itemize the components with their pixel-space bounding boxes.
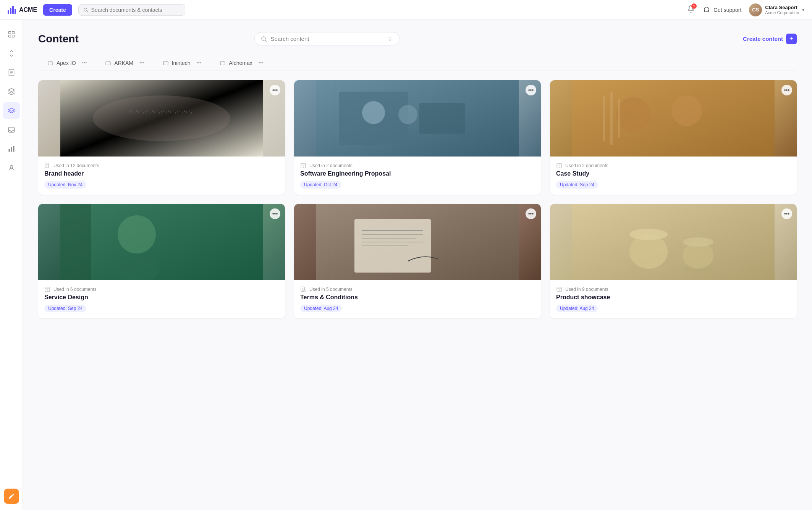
create-button[interactable]: Create bbox=[43, 4, 72, 16]
folder-tab-alchemax-more[interactable]: ••• bbox=[259, 60, 264, 66]
sidebar-item-dashboard[interactable] bbox=[3, 26, 20, 43]
card-image-case-study: ••• bbox=[550, 80, 797, 157]
card-more-button-brand-header[interactable]: ••• bbox=[270, 85, 280, 95]
dashboard-icon bbox=[8, 31, 15, 38]
card-title-terms: Terms & Conditions bbox=[300, 294, 535, 301]
svg-rect-25 bbox=[129, 111, 130, 113]
svg-rect-40 bbox=[163, 110, 164, 112]
svg-point-94 bbox=[304, 291, 305, 291]
svg-rect-52 bbox=[191, 112, 192, 114]
svg-rect-77 bbox=[60, 204, 91, 280]
card-more-button-terms[interactable]: ••• bbox=[526, 208, 536, 219]
sidebar-item-content[interactable] bbox=[3, 102, 20, 119]
layout-icon bbox=[300, 163, 306, 169]
svg-rect-39 bbox=[161, 111, 162, 113]
support-label: Get support bbox=[713, 7, 741, 13]
content-card-brand-header[interactable]: ••• Used in 12 documents Brand header Up… bbox=[38, 80, 285, 195]
create-content-button[interactable]: Create content + bbox=[743, 34, 797, 44]
folder-icon bbox=[105, 60, 111, 66]
svg-rect-32 bbox=[145, 111, 146, 113]
sidebar-item-documents[interactable] bbox=[3, 64, 20, 81]
headset-icon bbox=[703, 6, 710, 14]
svg-point-24 bbox=[93, 95, 230, 141]
folder-tab-inintech-label: Inintech bbox=[172, 60, 191, 66]
logo-text: ACME bbox=[19, 6, 37, 13]
folder-icon bbox=[220, 60, 226, 66]
sidebar-item-arrows[interactable] bbox=[3, 45, 20, 62]
svg-rect-38 bbox=[159, 112, 160, 114]
folder-icon bbox=[163, 60, 169, 66]
layout-icon bbox=[556, 286, 562, 292]
card-more-button-product-showcase[interactable]: ••• bbox=[781, 208, 792, 219]
folder-tab-apex-label: Apex IO bbox=[57, 60, 76, 66]
svg-rect-5 bbox=[8, 32, 11, 34]
content-card-product-showcase[interactable]: ••• Used in 9 documents Product showcase… bbox=[550, 204, 797, 318]
folder-tab-inintech[interactable]: Inintech ••• bbox=[154, 56, 211, 71]
content-card-service-design[interactable]: ••• Used in 6 documents Service Design U… bbox=[38, 204, 285, 318]
card-used-terms: Used in 5 documents bbox=[309, 287, 353, 292]
svg-rect-8 bbox=[12, 35, 14, 37]
sidebar bbox=[0, 20, 23, 510]
document-icon bbox=[8, 69, 15, 76]
card-more-button-service-design[interactable]: ••• bbox=[270, 208, 280, 219]
svg-rect-53 bbox=[45, 163, 49, 168]
support-button[interactable]: Get support bbox=[703, 6, 741, 14]
card-used-software-proposal: Used in 2 documents bbox=[309, 163, 353, 168]
global-search[interactable] bbox=[78, 4, 185, 16]
svg-rect-28 bbox=[136, 110, 137, 112]
folder-tab-alchemax[interactable]: Alchemax ••• bbox=[210, 56, 272, 71]
svg-point-98 bbox=[629, 229, 668, 240]
card-more-button-case-study[interactable]: ••• bbox=[781, 85, 792, 95]
folder-tab-arkam-more[interactable]: ••• bbox=[139, 60, 144, 66]
card-meta-case-study: Used in 2 documents bbox=[556, 163, 791, 169]
svg-rect-30 bbox=[141, 110, 141, 111]
edit-fab[interactable] bbox=[4, 489, 19, 504]
filter-icon[interactable] bbox=[387, 36, 393, 42]
card-title-service-design: Service Design bbox=[44, 294, 279, 301]
card-body-service-design: Used in 6 documents Service Design Updat… bbox=[38, 280, 285, 318]
svg-rect-26 bbox=[131, 110, 132, 112]
card-used-service-design: Used in 6 documents bbox=[53, 287, 97, 292]
card-more-button-software-proposal[interactable]: ••• bbox=[526, 85, 536, 95]
content-card-software-proposal[interactable]: ••• Used in 2 documents Software Enginee… bbox=[294, 80, 541, 195]
user-name: Clara Seaport bbox=[765, 5, 799, 10]
svg-rect-51 bbox=[189, 110, 189, 111]
sidebar-item-inbox[interactable] bbox=[3, 121, 20, 138]
chart-icon bbox=[8, 145, 15, 153]
folder-tab-arkam[interactable]: ARKAM ••• bbox=[96, 56, 153, 71]
notification-button[interactable]: 1 bbox=[687, 5, 695, 15]
svg-rect-6 bbox=[12, 32, 14, 34]
content-search[interactable] bbox=[254, 32, 400, 45]
folder-tab-apex-more[interactable]: ••• bbox=[82, 60, 87, 66]
svg-rect-14 bbox=[8, 149, 10, 152]
folder-tab-apex-io[interactable]: Apex IO ••• bbox=[38, 56, 96, 71]
sidebar-item-analytics[interactable] bbox=[3, 140, 20, 157]
card-badge-terms: Updated: Aug 24 bbox=[300, 305, 342, 312]
sidebar-item-products[interactable] bbox=[3, 83, 20, 100]
logo-icon bbox=[8, 6, 16, 14]
top-navigation: ACME Create 1 Get support CS bbox=[0, 0, 812, 20]
sidebar-item-contacts[interactable] bbox=[3, 160, 20, 176]
svg-rect-49 bbox=[184, 110, 185, 112]
card-body-terms: Used in 5 documents Terms & Conditions U… bbox=[294, 280, 541, 318]
svg-line-19 bbox=[265, 40, 267, 42]
svg-point-17 bbox=[10, 165, 13, 168]
svg-rect-41 bbox=[166, 111, 167, 113]
svg-rect-3 bbox=[704, 10, 705, 11]
content-card-case-study[interactable]: ••• Used in 2 documents Case Study Updat… bbox=[550, 80, 797, 195]
card-title-brand-header: Brand header bbox=[44, 170, 279, 177]
global-search-input[interactable] bbox=[91, 7, 180, 13]
card-meta-brand-header: Used in 12 documents bbox=[44, 163, 279, 169]
content-search-input[interactable] bbox=[271, 36, 383, 42]
svg-rect-65 bbox=[572, 80, 775, 157]
user-profile[interactable]: CS Clara Seaport Acme Corporation ▾ bbox=[749, 3, 804, 16]
content-card-terms[interactable]: ••• Used in 5 documents bbox=[294, 204, 541, 318]
notification-badge: 1 bbox=[691, 3, 697, 9]
card-body-brand-header: Used in 12 documents Brand header Update… bbox=[38, 157, 285, 195]
svg-point-67 bbox=[671, 95, 702, 126]
svg-rect-27 bbox=[134, 111, 134, 113]
nav-right: 1 Get support CS Clara Seaport Acme Corp… bbox=[687, 3, 804, 16]
svg-rect-50 bbox=[186, 111, 187, 113]
folder-tab-inintech-more[interactable]: ••• bbox=[197, 60, 202, 66]
create-content-plus-icon: + bbox=[786, 34, 797, 44]
